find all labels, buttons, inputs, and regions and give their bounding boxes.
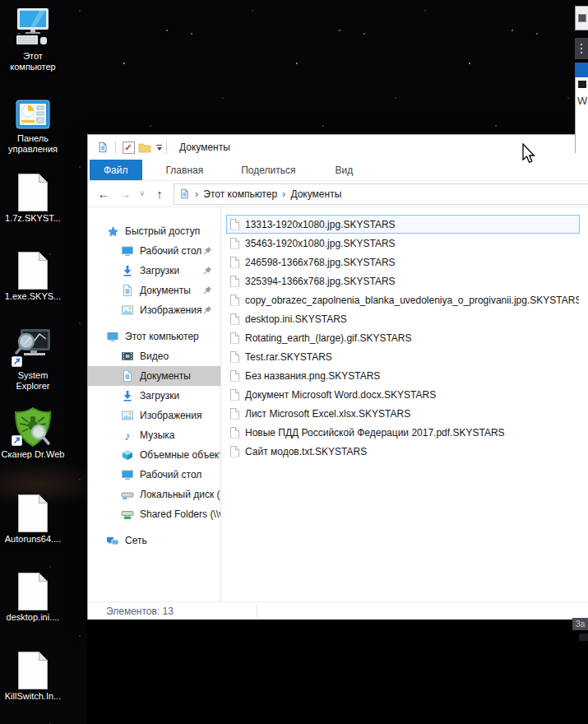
sidebar-item-shared-folders[interactable]: Shared Folders (\\vm (88, 504, 220, 524)
desktop-icon-drweb-scanner[interactable]: Сканер Dr.Web (0, 405, 66, 460)
sidebar-item-documents-qa[interactable]: Документы (88, 281, 220, 300)
sidebar-item-desktop[interactable]: Рабочий стол (88, 465, 220, 485)
qat-new-folder-icon[interactable] (137, 139, 153, 155)
pin-icon[interactable] (203, 266, 212, 277)
tab-share[interactable]: Поделиться (229, 160, 308, 180)
clipped-fragment (579, 634, 588, 641)
explorer-content: Быстрый доступ Рабочий стол Загрузки (88, 207, 588, 601)
file-row[interactable]: Лист Microsoft Excel.xlsx.SKYSTARS (226, 404, 580, 423)
file-row[interactable]: copy_obrazec_zapolnenia_blanka_uvedoleni… (226, 290, 580, 309)
document-file-icon (0, 169, 66, 211)
pin-icon[interactable] (203, 246, 212, 258)
partial-window-titlebar (575, 6, 588, 30)
desktop-shadow-area (87, 620, 588, 724)
desktop-icon-label: Сканер Dr.Web (0, 449, 66, 460)
pin-icon[interactable] (203, 285, 212, 297)
sidebar-item-label: Изображения (140, 304, 201, 316)
sidebar-item-this-pc[interactable]: Этот компьютер (88, 327, 220, 346)
partial-window-body: W (575, 77, 588, 153)
desktop-icon-control-panel[interactable]: Панель управления (0, 89, 66, 155)
sidebar-item-label: Видео (140, 350, 169, 362)
tab-home[interactable]: Главная (154, 160, 216, 180)
file-row[interactable]: 325394-1366x768.jpg.SKYSTARS (226, 272, 580, 290)
file-row[interactable]: Сайт модов.txt.SKYSTARS (226, 442, 580, 461)
file-row[interactable]: 246598-1366x768.jpg.SKYSTARS (226, 253, 580, 272)
separator (166, 142, 167, 154)
document-file-icon (0, 490, 66, 532)
up-button[interactable]: ↑ (149, 188, 170, 200)
file-row[interactable]: Test.rar.SKYSTARS (226, 347, 580, 366)
sidebar-item-3d-objects[interactable]: Объемные объект (88, 445, 220, 465)
sidebar-item-label: Быстрый доступ (125, 225, 200, 237)
desktop-icon-1-exe[interactable]: 1.exe.SKYS... (0, 247, 66, 302)
qat-properties-checkbox-icon[interactable]: ✓ (120, 139, 137, 155)
sidebar-item-desktop-qa[interactable]: Рабочий стол (88, 241, 220, 261)
desktop-icon-autoruns64[interactable]: Autoruns64.... (0, 490, 66, 545)
file-name: Документ Microsoft Word.docx.SKYSTARS (245, 389, 436, 401)
desktop-icon-desktop-ini[interactable]: desktop.ini.... (0, 568, 66, 623)
breadcrumb-this-pc[interactable]: Этот компьютер (203, 188, 277, 200)
file-row[interactable]: Документ Microsoft Word.docx.SKYSTARS (226, 385, 580, 404)
sidebar-item-quick-access[interactable]: Быстрый доступ (88, 221, 220, 241)
breadcrumb-chevron-icon: › (281, 188, 286, 199)
system-explorer-icon (0, 326, 66, 369)
file-name: desktop.ini.SKYSTARS (245, 313, 347, 325)
sidebar-item-documents-selected[interactable]: Документы (88, 366, 220, 386)
qat-customize-dropdown-icon[interactable] (156, 145, 162, 151)
file-row[interactable]: desktop.ini.SKYSTARS (226, 309, 580, 328)
history-dropdown-icon[interactable]: ˅ (136, 190, 149, 198)
desktop-icon-label: desktop.ini.... (0, 612, 66, 623)
window-title: Документы (179, 142, 230, 153)
partial-window-fragment[interactable]: W (575, 6, 588, 153)
hard-drive-icon (121, 488, 134, 501)
file-row[interactable]: Новые ПДД Российской Федерации 2017.pdf.… (226, 423, 580, 442)
tab-file[interactable]: Файл (90, 160, 142, 180)
back-button[interactable]: ← (93, 188, 114, 200)
file-icon (230, 238, 239, 249)
navigation-bar: ← → ˅ ↑ › Этот компьютер › Документы (88, 181, 588, 207)
sidebar-item-label: Документы (140, 370, 191, 382)
sidebar-item-downloads[interactable]: Загрузки (88, 386, 220, 406)
drweb-shield-icon (0, 405, 66, 448)
sidebar-item-network[interactable]: Сеть (88, 531, 220, 550)
pin-icon[interactable] (203, 305, 212, 317)
tab-view[interactable]: Вид (322, 160, 365, 180)
status-divider (257, 605, 257, 617)
file-icon (230, 408, 239, 420)
sidebar-item-label: Shared Folders (\\vm (140, 508, 221, 520)
file-row[interactable]: 13313-1920x1080.jpg.SKYSTARS (226, 215, 580, 234)
sidebar-item-music[interactable]: ♪ Музыка (88, 425, 220, 445)
file-name: Новые ПДД Российской Федерации 2017.pdf.… (245, 427, 505, 439)
sidebar-item-pictures-qa[interactable]: Изображения (88, 300, 220, 320)
file-name: copy_obrazec_zapolnenia_blanka_uvedoleni… (245, 295, 580, 306)
mouse-cursor (521, 143, 536, 168)
qat-document-icon[interactable] (95, 139, 111, 155)
sidebar-item-label: Объемные объект (140, 449, 221, 461)
sidebar-item-videos[interactable]: Видео (88, 346, 220, 366)
breadcrumb-documents[interactable]: Документы (290, 188, 341, 200)
forward-button[interactable]: → (114, 188, 136, 200)
file-name: Test.rar.SKYSTARS (245, 351, 332, 363)
sidebar-item-downloads-qa[interactable]: Загрузки (88, 261, 220, 281)
file-row[interactable]: Rotating_earth_(large).gif.SKYSTARS (226, 328, 580, 347)
sidebar-item-label: Этот компьютер (125, 331, 199, 342)
clipped-tooltip-text: За (576, 620, 586, 629)
desktop-icon (121, 244, 134, 258)
sidebar-item-pictures[interactable]: Изображения (88, 406, 220, 425)
file-row[interactable]: Без названия.png.SKYSTARS (226, 366, 580, 385)
desktop-icon-system-explorer[interactable]: System Explorer (0, 326, 66, 392)
address-document-icon (179, 188, 190, 200)
desktop-icon-killswitch[interactable]: KillSwitch.In... (0, 647, 66, 702)
file-icon (230, 427, 239, 439)
file-icon (230, 332, 239, 344)
file-row[interactable]: 35463-1920x1080.jpg.SKYSTARS (226, 234, 580, 253)
desktop-icon-label: Панель управления (0, 133, 66, 155)
sidebar-item-local-disk-c[interactable]: Локальный диск (C (88, 485, 220, 504)
title-bar: ✓ Документы (88, 135, 588, 160)
clipped-tooltip: За (572, 618, 588, 630)
desktop-icon-1-7z[interactable]: 1.7z.SKYST... (0, 169, 66, 224)
menu-dots-icon (575, 38, 588, 59)
desktop-icon-this-pc[interactable]: Этот компьютер (0, 7, 66, 72)
pictures-icon (121, 304, 134, 317)
address-bar[interactable]: › Этот компьютер › Документы (174, 183, 588, 205)
